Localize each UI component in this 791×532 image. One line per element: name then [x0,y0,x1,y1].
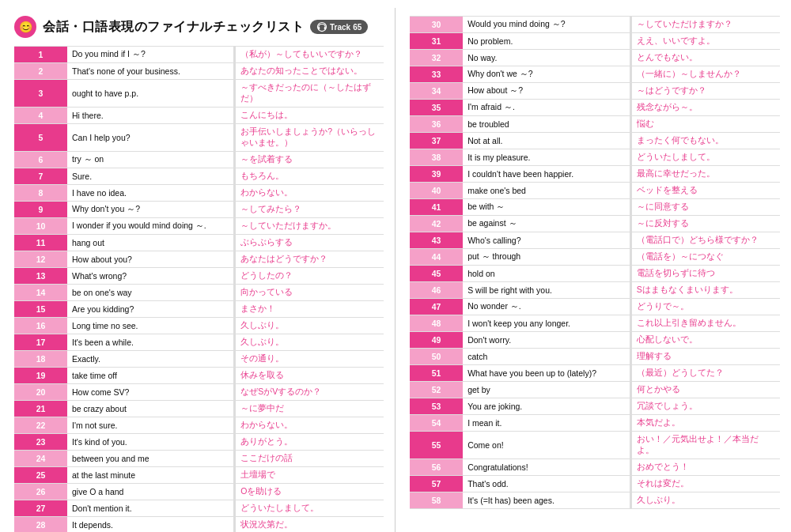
english-phrase: Don't worry. [463,332,630,349]
english-phrase: Are you kidding? [67,301,233,318]
row-number: 42 [410,216,463,232]
japanese-meaning: こんにちは。 [236,108,384,124]
japanese-meaning: わからない。 [236,185,384,202]
english-phrase: Do you mind if I ～? [67,47,233,63]
english-phrase: How come SV? [67,384,233,401]
table-row: 26 give O a hand Oを助ける [14,484,384,500]
japanese-meaning: 向かっている [236,285,384,301]
table-row: 5 Can I help you? お手伝いしましょうか?（いらっしゃいませ。） [14,124,384,152]
table-row: 50 catch 理解する [410,349,780,365]
row-number: 43 [410,232,463,249]
english-phrase: It is my pleasure. [463,149,630,166]
table-row: 19 take time off 休みを取る [14,368,384,384]
headphone-icon [316,21,327,32]
table-row: 27 Don't mention it. どういたしまして。 [14,500,384,517]
row-number: 18 [14,351,67,368]
page-header: 😊 会話・口語表現のファイナルチェックリスト Track 65 [14,16,384,38]
english-phrase: be crazy about [67,401,233,417]
japanese-meaning: 残念ながら～。 [632,100,780,116]
table-row: 2 That's none of your business. あなたの知ったこ… [14,63,384,80]
japanese-meaning: 久しぶり。 [632,492,780,509]
english-phrase: Congratulations! [463,459,630,476]
row-number: 40 [410,183,463,199]
english-phrase: It's kind of you. [67,434,233,451]
table-row: 49 Don't worry. 心配しないで。 [410,332,780,349]
english-phrase: be with ～ [463,199,630,216]
japanese-meaning: ～すべきだったのに（～したはずだ） [236,80,384,108]
table-row: 6 try ～ on ～を試着する [14,152,384,168]
english-phrase: be against ～ [463,216,630,232]
english-phrase: No way. [463,50,630,66]
japanese-meaning: おい！／元気出せよ！／本当だよ。 [632,432,780,459]
japanese-meaning: その通り。 [236,351,384,368]
english-phrase: Sure. [67,168,233,185]
table-row: 17 It's been a while. 久しぶり。 [14,334,384,351]
header-title: 会話・口語表現のファイナルチェックリスト [43,19,304,36]
japanese-meaning: どうしたの？ [236,268,384,285]
english-phrase: You are joking. [463,398,630,415]
table-row: 33 Why don't we ～? （一緒に）～しませんか？ [410,66,780,83]
japanese-meaning: わからない。 [236,417,384,434]
table-row: 32 No way. とんでもない。 [410,50,780,66]
svg-rect-2 [324,27,326,30]
japanese-meaning: ～に夢中だ [236,401,384,417]
table-row: 47 No wonder ～. どうりで～。 [410,299,780,315]
table-row: 30 Would you mind doing ～? ～していただけますか？ [410,17,780,33]
japanese-meaning: ベッドを整える [632,183,780,199]
table-row: 46 S will be right with you. Sはまもなくまいります… [410,282,780,299]
japanese-meaning: あなたの知ったことではない。 [236,63,384,80]
japanese-meaning: 最高に幸せだった。 [632,166,780,183]
japanese-meaning: （電話を）～につなぐ [632,249,780,266]
row-number: 24 [14,451,67,467]
row-number: 34 [410,83,463,100]
japanese-meaning: 理解する [632,349,780,365]
row-number: 35 [410,100,463,116]
row-number: 54 [410,415,463,432]
japanese-meaning: ～してみたら？ [236,202,384,218]
table-row: 56 Congratulations! おめでとう！ [410,459,780,476]
row-number: 32 [410,50,463,66]
japanese-meaning: それは変だ。 [632,476,780,492]
table-row: 3 ought to have p.p. ～すべきだったのに（～したはずだ） [14,80,384,108]
table-row: 9 Why don't you ～? ～してみたら？ [14,202,384,218]
english-phrase: Don't mention it. [67,500,233,517]
japanese-meaning: 久しぶり。 [236,318,384,334]
english-phrase: Exactly. [67,351,233,368]
row-number: 46 [410,282,463,299]
row-number: 39 [410,166,463,183]
japanese-meaning: （私が）～してもいいですか？ [236,47,384,63]
row-number: 52 [410,382,463,398]
row-number: 50 [410,349,463,365]
english-phrase: What have you been up to (lately)? [463,365,630,382]
english-phrase: at the last minute [67,467,233,484]
table-row: 31 No problem. ええ、いいですよ。 [410,33,780,50]
english-phrase: ought to have p.p. [67,80,233,108]
table-row: 13 What's wrong? どうしたの？ [14,268,384,285]
row-number: 47 [410,299,463,315]
japanese-meaning: なぜSがVするのか？ [236,384,384,401]
row-number: 8 [14,185,67,202]
row-number: 1 [14,47,67,63]
table-row: 15 Are you kidding? まさか！ [14,301,384,318]
table-row: 34 How about ～? ～はどうですか？ [410,83,780,100]
row-number: 23 [14,434,67,451]
english-phrase: I have no idea. [67,185,233,202]
english-phrase: Come on! [463,432,630,459]
japanese-meaning: あなたはどうですか？ [236,251,384,268]
japanese-meaning: ～していただけますか？ [632,17,780,33]
japanese-meaning: 本気だよ。 [632,415,780,432]
track-badge: Track 65 [310,20,368,34]
row-number: 56 [410,459,463,476]
english-phrase: I won't keep you any longer. [463,315,630,332]
table-row: 55 Come on! おい！／元気出せよ！／本当だよ。 [410,432,780,459]
english-phrase: try ～ on [67,152,233,168]
english-phrase: S will be right with you. [463,282,630,299]
english-phrase: That's none of your business. [67,63,233,80]
english-phrase: I wonder if you would mind doing ～. [67,218,233,235]
japanese-meaning: まさか！ [236,301,384,318]
row-number: 7 [14,168,67,185]
row-number: 37 [410,133,463,149]
svg-rect-1 [318,27,320,30]
row-number: 14 [14,285,67,301]
table-row: 35 I'm afraid ～. 残念ながら～。 [410,100,780,116]
